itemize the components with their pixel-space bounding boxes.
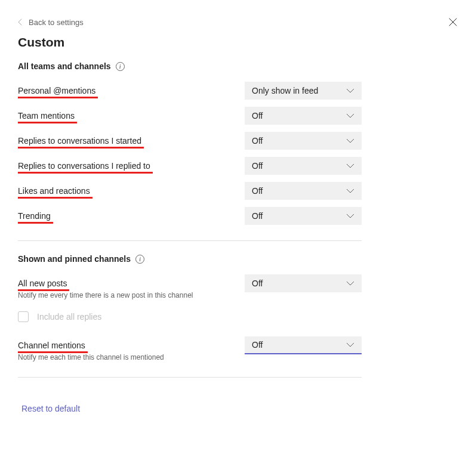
chevron-down-icon [346,138,354,143]
reset-to-default-link[interactable]: Reset to default [21,391,80,426]
setting-label: Team mentions [18,111,75,120]
section-pinned-heading: Shown and pinned channels i [18,254,362,264]
dropdown-value: Off [252,279,263,288]
dropdown-value: Off [252,186,263,196]
page-title: Custom [18,35,457,50]
setting-row-trending: Trending Off [18,203,362,228]
setting-row-replies-started: Replies to conversations I started Off [18,128,362,153]
info-icon[interactable]: i [135,255,144,264]
setting-label: Personal @mentions [18,86,95,95]
close-icon [449,18,457,26]
setting-label: All new posts [18,279,67,288]
chevron-down-icon [346,214,354,218]
chevron-down-icon [346,188,354,193]
chevron-down-icon [346,113,354,118]
section-pinned-label: Shown and pinned channels [18,254,131,264]
dropdown-all-new-posts[interactable]: Off [245,274,362,292]
chevron-down-icon [346,163,354,168]
chevron-down-icon [346,281,354,286]
setting-label: Trending [18,211,51,221]
dropdown-team-mentions[interactable]: Off [245,107,362,125]
dropdown-likes-reactions[interactable]: Off [245,182,362,200]
include-all-replies-label: Include all replies [37,312,101,322]
dropdown-value: Off [252,161,263,171]
dropdown-value: Only show in feed [252,86,318,95]
dropdown-personal-mentions[interactable]: Only show in feed [245,82,362,100]
dropdown-value: Off [252,136,263,146]
setting-sublabel: Notify me every time there is a new post… [18,291,233,299]
include-all-replies-row: Include all replies [18,303,362,333]
section-all-teams-heading: All teams and channels i [18,61,362,71]
dropdown-channel-mentions[interactable]: Off [245,336,362,354]
dropdown-replies-replied[interactable]: Off [245,157,362,175]
chevron-down-icon [346,88,354,93]
info-icon[interactable]: i [116,62,125,71]
setting-row-all-new-posts: All new posts Notify me every time there… [18,271,362,303]
dropdown-replies-started[interactable]: Off [245,132,362,150]
close-button[interactable] [449,18,457,26]
dropdown-value: Off [252,211,263,221]
chevron-left-icon [18,18,23,27]
setting-label: Channel mentions [18,341,85,350]
chevron-down-icon [346,342,354,347]
setting-label: Replies to conversations I replied to [18,161,150,171]
section-divider [18,240,362,241]
dropdown-trending[interactable]: Off [245,207,362,225]
back-to-settings-link[interactable]: Back to settings [18,18,457,27]
setting-row-team-mentions: Team mentions Off [18,103,362,128]
dropdown-value: Off [252,340,263,350]
setting-row-likes-reactions: Likes and reactions Off [18,178,362,203]
setting-sublabel: Notify me each time this channel is ment… [18,353,233,361]
dropdown-value: Off [252,111,263,120]
setting-label: Likes and reactions [18,186,90,196]
setting-row-replies-replied: Replies to conversations I replied to Of… [18,153,362,178]
back-link-label: Back to settings [29,18,84,27]
setting-row-personal-mentions: Personal @mentions Only show in feed [18,78,362,103]
setting-label: Replies to conversations I started [18,136,141,146]
section-divider [18,377,362,378]
include-all-replies-checkbox[interactable] [18,311,29,322]
section-all-teams-label: All teams and channels [18,61,111,71]
setting-row-channel-mentions: Channel mentions Notify me each time thi… [18,333,362,365]
